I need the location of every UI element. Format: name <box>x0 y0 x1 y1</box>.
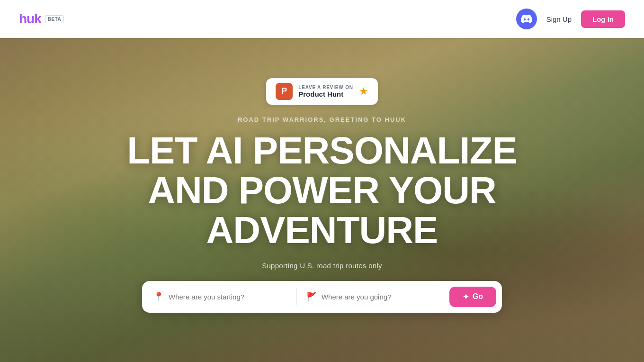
log-in-button[interactable]: Log In <box>581 10 625 28</box>
go-button[interactable]: ✦ Go <box>449 287 496 307</box>
logo-text: huk <box>19 11 41 27</box>
product-hunt-logo: P <box>276 83 293 100</box>
hero-headline-line1: LET AI PERSONALIZE <box>127 129 517 172</box>
location-pin-icon: 📍 <box>153 291 164 302</box>
header-right: Sign Up Log In <box>516 9 625 29</box>
destination-field: 🚩 <box>301 290 446 304</box>
go-label: Go <box>473 292 483 301</box>
hero-headline: LET AI PERSONALIZE AND POWER YOUR ADVENT… <box>127 131 517 250</box>
hero-subline: Supporting U.S. road trip routes only <box>262 262 382 270</box>
start-input[interactable] <box>169 293 287 301</box>
hero-content: P LEAVE A REVIEW ON Product Hunt ★ ROAD … <box>127 50 517 313</box>
sign-up-link[interactable]: Sign Up <box>546 15 572 23</box>
header: huk BETA Sign Up Log In <box>0 0 644 38</box>
search-divider <box>296 288 297 305</box>
hero-section: P LEAVE A REVIEW ON Product Hunt ★ ROAD … <box>0 0 644 362</box>
search-bar: 📍 🚩 ✦ Go <box>142 281 502 313</box>
product-hunt-text: LEAVE A REVIEW ON Product Hunt <box>298 85 353 98</box>
beta-badge: BETA <box>45 15 64 23</box>
product-hunt-star: ★ <box>359 85 368 98</box>
flag-icon: 🚩 <box>306 291 317 302</box>
start-field: 📍 <box>148 290 293 304</box>
hero-tagline: ROAD TRIP WARRIORS, GREETING TO HUUK <box>238 116 406 123</box>
discord-icon <box>521 13 532 25</box>
sparkle-icon: ✦ <box>463 292 469 301</box>
hero-headline-line2: AND POWER YOUR <box>148 169 496 211</box>
product-hunt-review-label: LEAVE A REVIEW ON <box>298 85 353 90</box>
discord-button[interactable] <box>516 9 537 29</box>
product-hunt-name: Product Hunt <box>298 90 353 98</box>
hero-headline-line3: ADVENTURE <box>206 209 438 251</box>
product-hunt-banner[interactable]: P LEAVE A REVIEW ON Product Hunt ★ <box>266 78 377 105</box>
destination-input[interactable] <box>322 293 440 301</box>
logo-area: huk BETA <box>19 11 64 27</box>
